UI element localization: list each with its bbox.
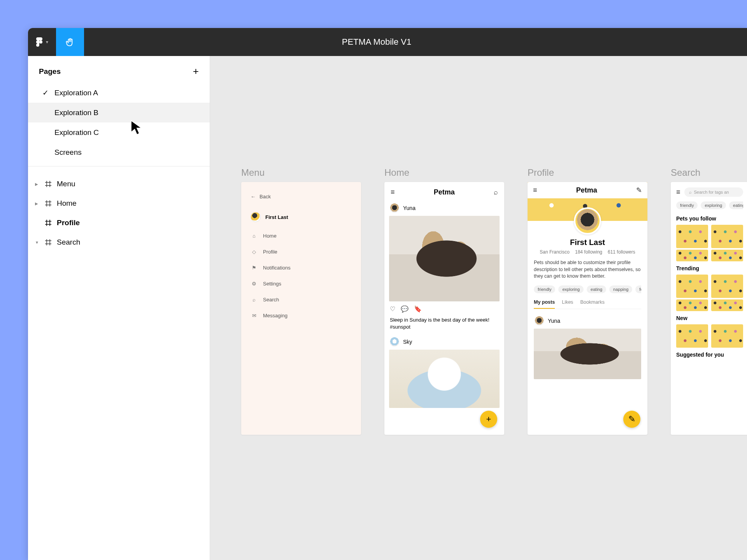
artboard-label[interactable]: Menu (241, 167, 361, 178)
artboard-search[interactable]: ≡ ⌕ Search for tags an friendly explorin… (671, 182, 747, 435)
figma-main-menu[interactable]: ▾ (28, 28, 56, 56)
fab-add-button[interactable]: + (480, 411, 497, 428)
layer-label: Menu (57, 180, 75, 188)
artboard-profile[interactable]: ≡ Petma ✎ First Last San Francisco 184 f… (528, 182, 647, 435)
search-placeholder: Search for tags an (694, 190, 729, 194)
menu-label: Profile (263, 249, 277, 255)
layer-search[interactable]: ▼ Search (28, 233, 210, 252)
artboard-label[interactable]: Profile (528, 167, 647, 178)
comment-icon[interactable]: 💬 (401, 305, 409, 313)
layer-home[interactable]: ▶ Home (28, 194, 210, 213)
feed-username: Sky (403, 339, 412, 345)
menu-label: Search (263, 297, 279, 303)
menu-icon[interactable]: ≡ (533, 186, 537, 194)
tag[interactable]: friendly (676, 201, 698, 209)
tag[interactable]: exploring (558, 285, 584, 293)
menu-item-notifications[interactable]: ⚑Notifications (251, 261, 352, 275)
layer-menu[interactable]: ▶ Menu (28, 174, 210, 194)
feed-image-bird[interactable] (389, 350, 500, 408)
home-icon: ⌂ (251, 233, 258, 239)
tab-likes[interactable]: Likes (562, 299, 573, 309)
hand-tool-button[interactable] (56, 28, 84, 56)
page-item-exploration-b[interactable]: ✓ Exploration B (28, 103, 210, 122)
thumb-row (676, 250, 743, 261)
layer-profile[interactable]: ▶ Profile (28, 213, 210, 233)
tag[interactable]: exploring (701, 201, 726, 209)
artboard-menu[interactable]: ← Back First Last ⌂Home ◇Profile ⚑Notifi… (241, 182, 361, 435)
profile-tags: friendly exploring eating napping fetch (534, 285, 641, 293)
document-title[interactable]: PETMA Mobile V1 (84, 37, 747, 47)
layer-label: Profile (57, 219, 80, 227)
layer-label: Home (57, 199, 77, 208)
search-icon[interactable]: ⌕ (494, 188, 498, 196)
thumbnail[interactable] (676, 324, 708, 348)
feed-user-row[interactable]: Sky (389, 334, 500, 350)
profile-feed-image[interactable] (534, 329, 641, 379)
feed-caption: Sleep in Sunday is the best day of the w… (389, 317, 500, 334)
artboard-home-wrap: Home ≡ Petma ⌕ Yuna (384, 167, 504, 435)
menu-item-settings[interactable]: ⚙Settings (251, 277, 352, 290)
avatar (390, 337, 399, 346)
tag[interactable]: fetch (635, 285, 641, 293)
feed-image-dog[interactable] (389, 216, 500, 301)
profile-following[interactable]: 184 following (575, 249, 602, 255)
thumbnail[interactable] (676, 250, 708, 261)
thumb-row (676, 225, 743, 248)
feed-actions: ♡ 💬 🔖 (389, 301, 500, 317)
profile-avatar[interactable] (574, 207, 601, 234)
thumbnail[interactable] (711, 299, 743, 311)
menu-icon[interactable]: ≡ (676, 188, 680, 196)
menu-item-home[interactable]: ⌂Home (251, 229, 352, 243)
pages-list: ✓ Exploration A ✓ Exploration B ✓ Explor… (28, 83, 210, 166)
menu-item-search[interactable]: ⌕Search (251, 293, 352, 306)
feed-user-row[interactable]: Yuna (534, 313, 641, 329)
figma-window: ▾ PETMA Mobile V1 Pages + ✓ Exploration … (28, 28, 747, 560)
profile-feed: Yuna (534, 309, 641, 379)
thumbnail[interactable] (711, 324, 743, 348)
heart-icon[interactable]: ♡ (390, 305, 395, 313)
section-new: New (676, 315, 743, 321)
profile-followers[interactable]: 611 followers (608, 249, 635, 255)
canvas[interactable]: Menu ← Back First Last ⌂Home ◇Profile (210, 56, 747, 560)
tag[interactable]: eating (587, 285, 606, 293)
tag[interactable]: napping (609, 285, 632, 293)
menu-back-row[interactable]: ← Back (241, 182, 361, 207)
menu-user-row[interactable]: First Last (241, 207, 361, 229)
thumbnail[interactable] (711, 275, 743, 298)
add-page-button[interactable]: + (193, 65, 199, 77)
profile-cover: ≡ Petma ✎ (528, 182, 647, 221)
thumbnail[interactable] (676, 299, 708, 311)
artboard-home[interactable]: ≡ Petma ⌕ Yuna ♡ 💬 (384, 182, 504, 435)
tag[interactable]: friendly (534, 285, 555, 293)
profile-location: San Francisco (540, 249, 570, 255)
bookmark-icon[interactable]: 🔖 (414, 305, 422, 313)
main-area: Pages + ✓ Exploration A ✓ Exploration B … (28, 56, 747, 560)
feed-user-row[interactable]: Yuna (389, 200, 500, 216)
thumbnail[interactable] (676, 225, 708, 248)
search-input[interactable]: ⌕ Search for tags an (684, 187, 743, 197)
fab-edit-button[interactable]: ✎ (623, 411, 640, 428)
menu-item-profile[interactable]: ◇Profile (251, 245, 352, 259)
artboard-profile-wrap: Profile ≡ Petma ✎ First Last (528, 167, 647, 435)
page-item-screens[interactable]: ✓ Screens (28, 142, 210, 162)
menu-item-messaging[interactable]: ✉Messaging (251, 309, 352, 322)
menu-icon[interactable]: ≡ (391, 188, 395, 196)
artboard-label[interactable]: Search (671, 167, 747, 178)
thumbnail[interactable] (676, 275, 708, 298)
caret-right-icon: ▶ (35, 201, 40, 206)
edit-icon[interactable]: ✎ (636, 186, 642, 194)
page-item-exploration-c[interactable]: ✓ Exploration C (28, 122, 210, 142)
left-sidebar: Pages + ✓ Exploration A ✓ Exploration B … (28, 56, 210, 560)
thumbnail[interactable] (711, 225, 743, 248)
tab-bookmarks[interactable]: Bookmarks (580, 299, 605, 309)
brand-logo: Petma (434, 188, 455, 196)
artboard-label[interactable]: Home (384, 167, 504, 178)
hand-icon (65, 37, 75, 47)
tag[interactable]: eating (729, 201, 743, 209)
thumbnail[interactable] (711, 250, 743, 261)
menu-label: Settings (263, 281, 281, 287)
search-topbar: ≡ ⌕ Search for tags an (676, 187, 743, 197)
tab-my-posts[interactable]: My posts (534, 299, 555, 309)
search-icon: ⌕ (689, 190, 692, 194)
page-item-exploration-a[interactable]: ✓ Exploration A (28, 83, 210, 103)
